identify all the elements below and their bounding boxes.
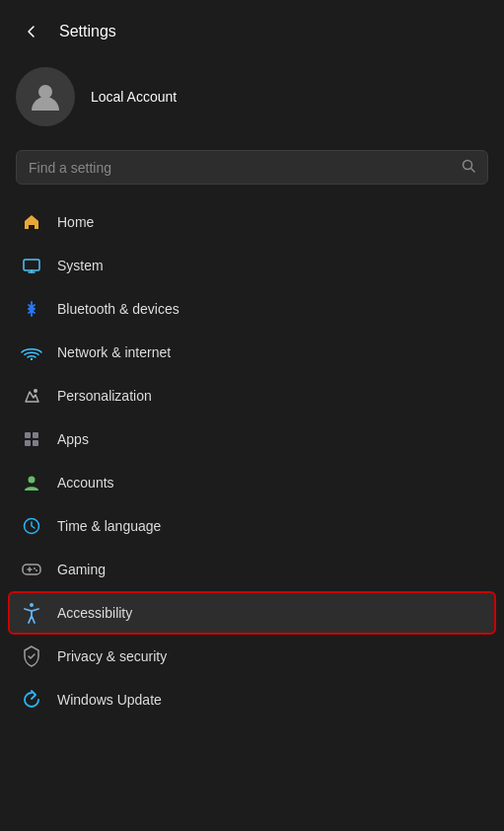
svg-rect-2 [24, 260, 39, 270]
nav-item-gaming[interactable]: Gaming [8, 548, 496, 591]
svg-point-9 [29, 477, 36, 484]
svg-point-13 [36, 569, 37, 571]
nav-item-apps[interactable]: Apps [8, 417, 496, 461]
svg-rect-6 [33, 432, 38, 438]
nav-item-network[interactable]: Network & internet [8, 331, 496, 374]
user-name: Local Account [91, 89, 177, 105]
accounts-icon [20, 471, 43, 494]
accessibility-icon [20, 601, 43, 625]
nav-item-bluetooth[interactable]: Bluetooth & devices [8, 287, 496, 331]
header: Settings [0, 0, 504, 57]
bluetooth-icon [20, 297, 43, 321]
svg-point-14 [30, 603, 34, 607]
nav-label-update: Windows Update [57, 692, 162, 708]
personalization-icon [20, 384, 43, 408]
nav-item-system[interactable]: System [8, 244, 496, 287]
gaming-icon [20, 558, 43, 581]
nav-label-personalization: Personalization [57, 388, 152, 404]
nav-label-apps: Apps [57, 431, 89, 447]
search-input[interactable] [29, 160, 454, 176]
svg-rect-7 [25, 440, 31, 446]
svg-point-4 [34, 389, 37, 393]
svg-point-12 [34, 567, 36, 569]
nav-label-privacy: Privacy & security [57, 648, 167, 664]
svg-rect-5 [25, 432, 31, 438]
nav-item-personalization[interactable]: Personalization [8, 374, 496, 417]
svg-rect-8 [33, 440, 38, 446]
avatar [16, 67, 75, 126]
network-icon [20, 340, 43, 364]
avatar-icon [28, 79, 63, 114]
svg-point-3 [31, 358, 33, 360]
update-icon [20, 688, 43, 712]
nav-label-accounts: Accounts [57, 475, 114, 491]
apps-icon [20, 427, 43, 451]
search-container [0, 142, 504, 200]
nav-item-privacy[interactable]: Privacy & security [8, 635, 496, 678]
search-icon [462, 159, 475, 176]
user-section: Local Account [0, 57, 504, 142]
nav-list: HomeSystemBluetooth & devicesNetwork & i… [0, 200, 504, 721]
nav-label-system: System [57, 258, 104, 273]
svg-point-0 [38, 85, 52, 99]
nav-label-gaming: Gaming [57, 562, 106, 577]
system-icon [20, 254, 43, 277]
home-icon [20, 210, 43, 234]
nav-item-time[interactable]: Time & language [8, 504, 496, 548]
nav-item-accessibility[interactable]: Accessibility [8, 591, 496, 635]
nav-label-bluetooth: Bluetooth & devices [57, 301, 180, 317]
nav-item-update[interactable]: Windows Update [8, 678, 496, 721]
nav-item-home[interactable]: Home [8, 200, 496, 244]
nav-label-network: Network & internet [57, 344, 171, 360]
privacy-icon [20, 644, 43, 668]
search-box[interactable] [16, 150, 488, 185]
nav-item-accounts[interactable]: Accounts [8, 461, 496, 504]
back-button[interactable] [16, 16, 47, 47]
nav-label-accessibility: Accessibility [57, 605, 132, 621]
page-title: Settings [59, 23, 116, 40]
nav-label-time: Time & language [57, 518, 161, 534]
time-icon [20, 514, 43, 538]
back-icon [24, 24, 39, 39]
nav-label-home: Home [57, 214, 94, 230]
